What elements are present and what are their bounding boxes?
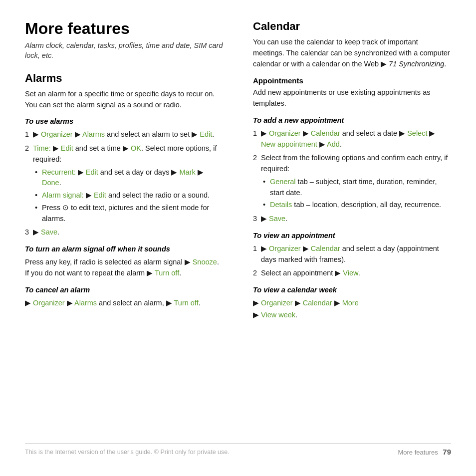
cancel-text: and select an alarm, ▶ <box>97 299 174 307</box>
turn-off-body: Press any key, if radio is selected as a… <box>25 257 223 279</box>
vw-organizer: Organizer <box>261 299 293 307</box>
step-3-arrow: ▶ <box>33 228 41 236</box>
alarm-signal-arrow: ▶ <box>84 191 94 199</box>
view-s1-organizer: Organizer <box>269 244 301 252</box>
step-1-period: . <box>212 130 214 138</box>
cancel-period: . <box>199 299 201 307</box>
step-3-period: . <box>57 228 59 236</box>
bullet-recurrent: Recurrent: ▶ Edit and set a day or days … <box>33 167 223 189</box>
step-2-text: and set a time ▶ <box>73 144 131 152</box>
turn-off-period: . <box>179 269 181 277</box>
step-2-edit: Edit <box>61 144 73 152</box>
bullet-general: General tab – subject, start time, durat… <box>261 177 451 199</box>
vw-calendar: Calendar <box>303 299 332 307</box>
page-title: More features <box>25 20 223 37</box>
calendar-section-title: Calendar <box>253 20 451 33</box>
add-appt-title: To add a new appointment <box>253 116 451 124</box>
recurrent-text: and set a day or days ▶ <box>98 168 180 176</box>
cancel-body: ▶ Organizer ▶ Alarms and select an alarm… <box>25 298 223 309</box>
step-num-3: 3 <box>25 227 29 238</box>
recurrent-mark: Mark <box>180 168 196 176</box>
calendar-link-arrow: ▶ <box>381 60 389 68</box>
alarm-signal-edit: Edit <box>94 191 106 199</box>
add-step-2-bullets: General tab – subject, start time, durat… <box>261 177 451 211</box>
view-step-1: 1 ▶ Organizer ▶ Calendar and select a da… <box>253 243 451 265</box>
main-content: More features Alarm clock, calendar, tas… <box>25 20 451 438</box>
step-3: 3 ▶ Save. <box>25 227 223 238</box>
press-text: Press ⊙ to edit text, pictures and the s… <box>42 204 209 223</box>
step-2: 2 Time: ▶ Edit and set a time ▶ OK. Sele… <box>25 143 223 224</box>
add-s3-save: Save <box>269 215 285 223</box>
step-1-alarms: Alarms <box>82 130 105 138</box>
view-s2-text: Select an appointment ▶ <box>261 269 343 277</box>
footer-page-number: 79 <box>443 448 451 456</box>
view-week-bullet-2: ▶ View week. <box>253 310 451 321</box>
add-s1-select: Select <box>407 129 427 137</box>
details-text: tab – location, description, all day, re… <box>292 201 441 209</box>
footer-note: This is the Internet version of the user… <box>25 449 230 456</box>
step-1-edit: Edit <box>200 130 212 138</box>
view-s1-calendar: Calendar <box>311 244 340 252</box>
calendar-link-text: 71 Synchronizing <box>389 60 444 68</box>
turn-off-snooze: Snooze <box>193 258 217 266</box>
cancel-title: To cancel an alarm <box>25 286 223 294</box>
cancel-organizer: Organizer <box>33 299 65 307</box>
appointments-intro: Add new appointments or use existing app… <box>253 87 451 109</box>
use-alarms-steps: 1 ▶ Organizer ▶ Alarms and select an ala… <box>25 129 223 238</box>
step-num-1: 1 <box>25 129 29 140</box>
add-s2-text: Select from the following options and co… <box>261 154 448 173</box>
step-1-arrow: ▶ <box>33 130 41 138</box>
step-1-text: and select an alarm to set ▶ <box>105 130 200 138</box>
view-week-bullet-1: ▶ Organizer ▶ Calendar ▶ More <box>253 298 451 309</box>
view-appt-title: To view an appointment <box>253 232 451 239</box>
footer-page: More features 79 <box>398 448 451 456</box>
step-2-bullets: Recurrent: ▶ Edit and set a day or days … <box>33 167 223 225</box>
cancel-turnoff: Turn off <box>174 299 199 307</box>
recurrent-arrow2: ▶ <box>196 168 204 176</box>
step-3-save: Save <box>41 228 57 236</box>
recurrent-arrow1: ▶ <box>76 168 86 176</box>
step-1-arrow2: ▶ <box>73 130 82 138</box>
page-container: More features Alarm clock, calendar, tas… <box>0 0 476 476</box>
turn-off-text1: Press any key, if radio is selected as a… <box>25 258 193 266</box>
recurrent-edit: Edit <box>86 168 98 176</box>
step-1-organizer: Organizer <box>41 130 73 138</box>
right-column: Calendar You can use the calendar to kee… <box>248 20 451 438</box>
add-s1-add: Add <box>327 140 340 148</box>
add-s1-new: New appointment <box>261 140 317 148</box>
alarms-intro: Set an alarm for a specific time or spec… <box>25 89 223 111</box>
step-1: 1 ▶ Organizer ▶ Alarms and select an ala… <box>25 129 223 140</box>
footer: This is the Internet version of the user… <box>25 443 451 456</box>
bullet-press: Press ⊙ to edit text, pictures and the s… <box>33 203 223 225</box>
view-week-title: To view a calendar week <box>253 286 451 294</box>
calendar-intro: You can use the calendar to keep track o… <box>253 37 451 69</box>
step-2-time: Time: <box>33 144 51 152</box>
bullet-details: Details tab – location, description, all… <box>261 200 451 211</box>
step-num-2: 2 <box>25 143 29 154</box>
add-step-2: 2 Select from the following options and … <box>253 153 451 211</box>
bullet-alarm-signal: Alarm signal: ▶ Edit and select the radi… <box>33 190 223 201</box>
cancel-arrow2: ▶ <box>65 299 74 307</box>
turn-off-title: To turn an alarm signal off when it soun… <box>25 245 223 253</box>
alarm-signal-label: Alarm signal: <box>42 191 84 199</box>
appointments-heading: Appointments <box>253 76 451 85</box>
step-2-arrow1: ▶ <box>51 144 61 152</box>
general-tab: General <box>270 178 296 186</box>
vw-viewweek: View week <box>261 311 295 319</box>
cancel-arrow1: ▶ <box>25 299 33 307</box>
add-step-1: 1 ▶ Organizer ▶ Calendar and select a da… <box>253 128 451 150</box>
recurrent-done: Done <box>42 179 59 187</box>
view-s2-view: View <box>343 269 358 277</box>
vw-more: More <box>342 299 359 307</box>
add-s1-calendar: Calendar <box>311 129 340 137</box>
alarms-section-title: Alarms <box>25 72 223 85</box>
view-appt-steps: 1 ▶ Organizer ▶ Calendar and select a da… <box>253 243 451 279</box>
left-column: More features Alarm clock, calendar, tas… <box>25 20 233 438</box>
view-step-2: 2 Select an appointment ▶ View. <box>253 268 451 279</box>
add-appt-steps: 1 ▶ Organizer ▶ Calendar and select a da… <box>253 128 451 225</box>
use-alarms-title: To use alarms <box>25 117 223 125</box>
footer-page-label: More features <box>398 449 438 456</box>
step-2-ok: OK <box>131 144 141 152</box>
add-step-3: 3 ▶ Save. <box>253 214 451 225</box>
recurrent-period: . <box>59 179 61 187</box>
